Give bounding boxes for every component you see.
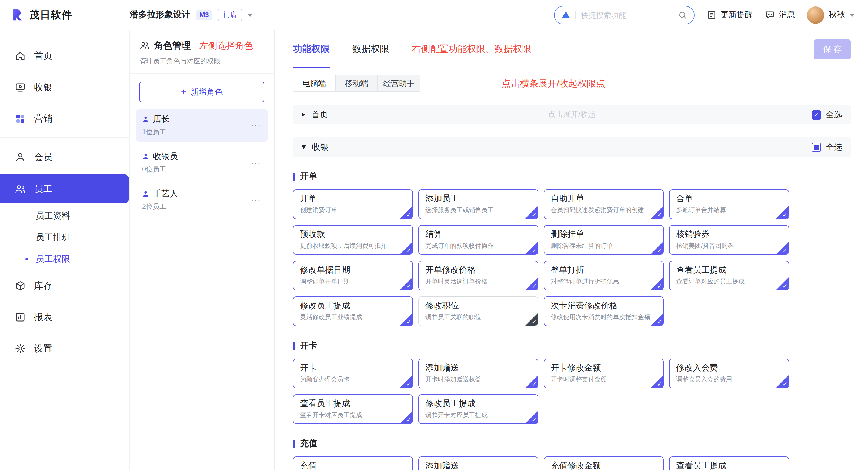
device-tab-mobile[interactable]: 移动端 xyxy=(336,75,378,91)
sidebar-subitem-staff-schedule[interactable]: 员工排班 xyxy=(0,227,129,248)
sidebar-item-report[interactable]: 报表 xyxy=(0,301,129,333)
permission-card[interactable]: 预收款提前收取款项，后续消费可抵扣✓ xyxy=(293,225,413,255)
permission-card[interactable]: 开卡为顾客办理会员卡✓ xyxy=(293,359,413,388)
permission-card[interactable]: 添加赠送✓ xyxy=(418,457,538,470)
annotation-expand: 点击横条展开/收起权限点 xyxy=(501,77,605,89)
select-all-checkbox[interactable]: ✓ xyxy=(812,110,821,119)
sidebar-item-label: 收银 xyxy=(34,81,53,93)
messages-button[interactable]: 消息 xyxy=(765,10,795,20)
permission-card[interactable]: 开卡修改金额开卡时调整支付金额✓ xyxy=(544,359,664,388)
check-icon: ✓ xyxy=(532,381,537,388)
role-name: 收银员 xyxy=(153,151,178,162)
section-title: 首页 xyxy=(311,109,328,120)
permission-desc: 调整开卡对应员工提成 xyxy=(425,411,531,419)
permission-name: 合单 xyxy=(676,193,782,204)
permission-name: 修改员工提成 xyxy=(300,300,406,312)
role-name: 店长 xyxy=(153,114,170,125)
permission-name: 开卡修改金额 xyxy=(551,362,657,374)
select-all-label: 全选 xyxy=(826,110,842,120)
update-reminder-button[interactable]: 更新提醒 xyxy=(706,10,753,20)
save-button[interactable]: 保 存 xyxy=(814,39,851,59)
permission-desc: 调整会员入会的费用 xyxy=(676,375,782,383)
device-tab-assistant[interactable]: 经营助手 xyxy=(378,75,420,91)
permission-tabs: 功能权限数据权限 xyxy=(293,30,412,68)
add-role-button[interactable]: + 新增角色 xyxy=(140,82,264,102)
select-all[interactable]: 全选 xyxy=(812,142,842,152)
permission-desc: 会员扫码快速发起消费订单的创建 xyxy=(551,206,657,214)
role-item[interactable]: 收银员0位员工··· xyxy=(136,146,268,180)
settings-icon xyxy=(14,343,26,354)
permission-card[interactable]: 删除挂单删除暂存未结算的订单✓ xyxy=(544,225,664,255)
sidebar-item-label: 营销 xyxy=(34,112,53,125)
permission-card[interactable]: 查看员工提成✓ xyxy=(669,457,789,470)
tab-function[interactable]: 功能权限 xyxy=(293,30,330,68)
quick-search[interactable] xyxy=(554,6,694,24)
sidebar-item-inventory[interactable]: 库存 xyxy=(0,270,129,301)
sidebar-item-marketing[interactable]: 营销 xyxy=(0,103,129,134)
permission-group: 开单开单创建消费订单✓添加员工选择服务员工或销售员工✓自助开单会员扫码快速发起消… xyxy=(293,171,851,326)
select-all-checkbox[interactable] xyxy=(812,143,821,152)
section-bar[interactable]: 收银全选 xyxy=(293,137,851,157)
more-icon[interactable]: ··· xyxy=(251,195,261,205)
more-icon[interactable]: ··· xyxy=(251,158,261,168)
sidebar-subitem-staff-info[interactable]: 员工资料 xyxy=(0,205,129,227)
search-input[interactable] xyxy=(580,10,674,20)
permission-card[interactable]: 结算完成订单的款项收付操作✓ xyxy=(418,225,538,255)
user-menu[interactable]: 秋秋 xyxy=(807,6,855,24)
sidebar-item-home[interactable]: 首页 xyxy=(0,40,129,71)
check-icon: ✓ xyxy=(406,211,411,218)
company-switcher[interactable]: 潘多拉形象设计 M3 门店 xyxy=(130,9,253,21)
check-icon: ✓ xyxy=(783,247,787,254)
tab-data[interactable]: 数据权限 xyxy=(352,30,389,68)
role-item[interactable]: 店长1位员工··· xyxy=(136,109,268,142)
permission-card[interactable]: 修改单据日期调整订单开单日期✓ xyxy=(293,261,413,290)
sidebar-subitem-staff-permission[interactable]: 员工权限 xyxy=(0,248,129,270)
permission-desc: 开卡时添加赠送权益 xyxy=(425,375,531,383)
permission-card[interactable]: 修改入会费调整会员入会的费用✓ xyxy=(669,359,789,388)
caret-right-icon xyxy=(302,113,305,117)
check-icon: ✓ xyxy=(783,381,787,388)
search-icon xyxy=(678,10,687,20)
sidebar-item-settings[interactable]: 设置 xyxy=(0,333,129,364)
permission-card[interactable]: 整单打折对整笔订单进行折扣优惠✓ xyxy=(544,261,664,290)
permission-name: 添加员工 xyxy=(425,193,531,204)
permission-card[interactable]: 开单修改价格开单时灵活调订单价格✓ xyxy=(418,261,538,290)
permission-card[interactable]: 开单创建消费订单✓ xyxy=(293,189,413,219)
more-icon[interactable]: ··· xyxy=(251,121,261,130)
select-all[interactable]: ✓全选 xyxy=(812,110,842,120)
permission-card[interactable]: 查看员工提成查看订单对应的员工提成✓ xyxy=(669,261,789,290)
role-item[interactable]: 手艺人2位员工··· xyxy=(136,183,268,217)
section-bar[interactable]: 首页点击展开/收起✓全选 xyxy=(293,105,851,124)
version-badge: M3 xyxy=(196,10,213,20)
permission-desc: 开卡时调整支付金额 xyxy=(551,375,657,383)
permission-card[interactable]: 添加赠送开卡时添加赠送权益✓ xyxy=(418,359,538,388)
permission-name: 核销验券 xyxy=(676,229,782,240)
permission-desc: 选择服务员工或销售员工 xyxy=(425,206,531,214)
check-icon: ✓ xyxy=(532,416,537,423)
permission-name: 开单修改价格 xyxy=(425,264,531,276)
permission-card-grid: 充值✓添加赠送✓充值修改金额✓查看员工提成✓ xyxy=(293,457,851,470)
add-role-label: 新增角色 xyxy=(190,87,223,97)
permission-desc: 查看开卡对应员工提成 xyxy=(300,411,406,419)
permission-card[interactable]: 查看员工提成查看开卡对应员工提成✓ xyxy=(293,394,413,424)
permission-card[interactable]: 添加员工选择服务员工或销售员工✓ xyxy=(418,189,538,219)
permission-card[interactable]: 修改职位调整员工关联的职位✓ xyxy=(418,296,538,326)
permission-card[interactable]: 修改员工提成灵活修改员工业绩提成✓ xyxy=(293,296,413,326)
sidebar-item-staff[interactable]: 员工 xyxy=(0,174,129,203)
sidebar-item-member[interactable]: 会员 xyxy=(0,141,129,173)
message-icon xyxy=(765,10,775,20)
check-icon: ✓ xyxy=(657,381,662,388)
permission-card[interactable]: 次卡消费修改价格修改使用次卡消费时的单次抵扣金额✓ xyxy=(544,296,664,326)
role-panel-header: 角色管理 左侧选择角色 管理员工角色与对应的权限 xyxy=(130,30,274,74)
permission-card[interactable]: 修改员工提成调整开卡对应员工提成✓ xyxy=(418,394,538,424)
permission-card[interactable]: 合单多笔订单合并结算✓ xyxy=(669,189,789,219)
brand[interactable]: 茂日软件 xyxy=(10,7,130,22)
permission-card[interactable]: 自助开单会员扫码快速发起消费订单的创建✓ xyxy=(544,189,664,219)
permission-card[interactable]: 核销验券核销美团/抖音团购券✓ xyxy=(669,225,789,255)
sidebar-item-cashier[interactable]: 收银 xyxy=(0,71,129,103)
permission-name: 修改单据日期 xyxy=(300,264,406,276)
top-header: 茂日软件 潘多拉形象设计 M3 门店 更新提醒 消息 秋秋 xyxy=(0,0,868,30)
permission-card[interactable]: 充值✓ xyxy=(293,457,413,470)
permission-card[interactable]: 充值修改金额✓ xyxy=(544,457,664,470)
device-tab-pc[interactable]: 电脑端 xyxy=(293,75,336,91)
